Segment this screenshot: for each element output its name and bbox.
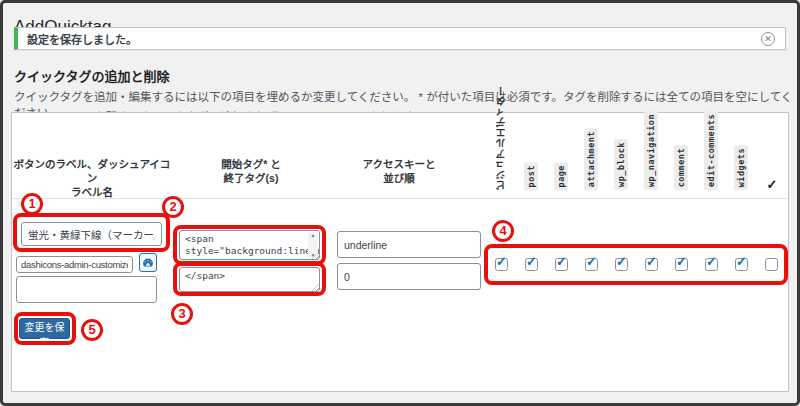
column-header-wp_block: wp_block [613, 139, 629, 190]
column-header-tags: 開始タグ* と 終了タグ(s) [171, 157, 331, 185]
checkmark-icon: ✓ [616, 255, 627, 268]
post-type-checkbox-10-unchecked[interactable] [765, 258, 778, 271]
annotation-number-2: 2 [162, 196, 184, 218]
column-header-page: page [553, 162, 569, 190]
column-header-check-all: ✓ [764, 177, 780, 192]
quicktag-table: ボタンのラベル、ダッシュアイコン ラベル名 開始タグ* と 終了タグ(s) アク… [11, 112, 789, 392]
dashboard-gauge-icon [142, 257, 154, 269]
column-header-wp_navigation: wp_navigation [643, 111, 659, 190]
dismiss-notice-icon[interactable]: ✕ [761, 32, 775, 46]
annotation-number-3: 3 [171, 303, 193, 325]
checkmark-icon: ✓ [586, 255, 597, 268]
textarea-scrollbar[interactable]: ▲▼ [308, 232, 318, 258]
checkmark-icon: ✓ [556, 255, 567, 268]
column-header-edit-comments: edit-comments [703, 111, 719, 190]
annotation-number-5: 5 [81, 319, 103, 341]
checkmark-icon: ✓ [526, 255, 537, 268]
dashicon-picker-button[interactable] [139, 253, 157, 272]
checkmark-icon: ✓ [496, 255, 507, 268]
save-button[interactable]: 変更を保存 [19, 318, 70, 339]
post-type-checkbox-4-checked[interactable]: ✓ [585, 258, 598, 271]
dashicon-name-input[interactable] [16, 256, 133, 273]
label-name-input[interactable] [16, 276, 157, 303]
start-tag-textarea[interactable]: <span style="background:linear- [179, 230, 320, 260]
checkmark-icon: ✓ [736, 255, 747, 268]
post-type-checkbox-7-checked[interactable]: ✓ [675, 258, 688, 271]
post-type-checkbox-8-checked[interactable]: ✓ [705, 258, 718, 271]
access-key-input[interactable] [337, 231, 481, 258]
post-type-checkbox-6-checked[interactable]: ✓ [645, 258, 658, 271]
post-type-checkbox-1-checked[interactable]: ✓ [495, 258, 508, 271]
post-type-checkbox-2-checked[interactable]: ✓ [525, 258, 538, 271]
post-type-checkbox-9-checked[interactable]: ✓ [735, 258, 748, 271]
column-header-attachment: attachment [583, 128, 599, 190]
post-type-checkbox-5-checked[interactable]: ✓ [615, 258, 628, 271]
checkmark-icon: ✓ [706, 255, 717, 268]
column-header-comment: comment [673, 145, 689, 190]
annotation-number-4: 4 [492, 220, 514, 242]
success-notice: 設定を保存しました。 ✕ [14, 27, 786, 50]
column-header-button-label: ボタンのラベル、ダッシュアイコン ラベル名 [12, 157, 172, 199]
column-header-post: post [523, 162, 539, 190]
column-header-visual-editor: ビジュアルエディター [493, 85, 509, 190]
checkmark-icon: ✓ [646, 255, 657, 268]
order-input[interactable] [337, 263, 481, 290]
section-heading: クイックタグの追加と削除 [14, 66, 169, 85]
checkmark-icon: ✓ [676, 255, 687, 268]
success-notice-message: 設定を保存しました。 [18, 31, 137, 47]
post-type-checkbox-3-checked[interactable]: ✓ [555, 258, 568, 271]
column-header-access-key: アクセスキーと 並び順 [319, 157, 479, 185]
addquicktag-settings-page: AddQuicktag 設定を保存しました。 ✕ クイックタグの追加と削除 クイ… [0, 0, 800, 406]
column-header-widgets: widgets [733, 145, 749, 190]
button-label-input[interactable] [21, 222, 162, 246]
end-tag-textarea[interactable]: </span> [179, 267, 320, 292]
